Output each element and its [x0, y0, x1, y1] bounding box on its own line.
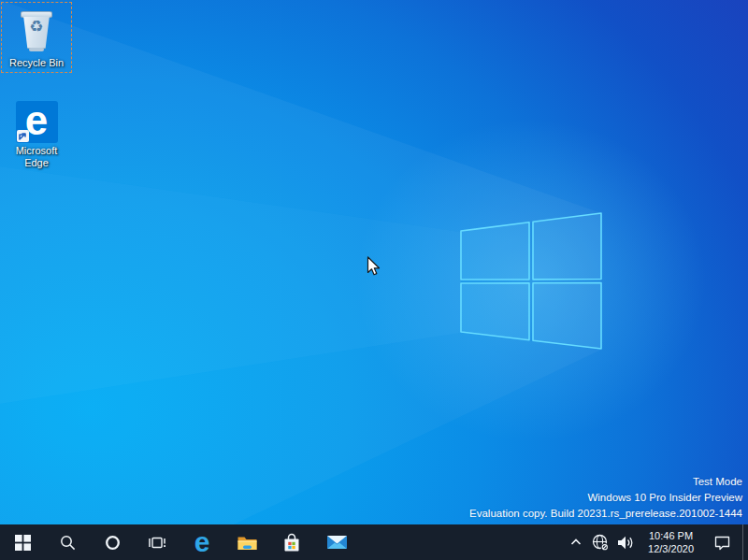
network-button[interactable] [587, 524, 613, 560]
recycle-bin-rim [21, 11, 52, 18]
action-center-button[interactable] [702, 524, 742, 560]
globe-no-internet-icon [591, 533, 610, 552]
clock-date: 12/3/2020 [648, 542, 694, 555]
store-bag-icon [281, 533, 302, 553]
task-view-icon [148, 535, 166, 551]
cortana-button[interactable] [90, 524, 135, 560]
edge-e-icon: e [194, 528, 210, 556]
shortcut-arrow-icon [17, 130, 29, 142]
recycle-bin-icon: ♻ [14, 7, 59, 55]
cortana-circle-icon [105, 535, 121, 551]
recycle-bin-label: Recycle Bin [9, 57, 64, 69]
wallpaper-light-beams [0, 0, 748, 524]
task-view-button[interactable] [135, 524, 180, 560]
desktop-icon-microsoft-edge[interactable]: e Microsoft Edge [1, 97, 72, 169]
taskbar-empty-area [359, 524, 565, 560]
desktop-icon-recycle-bin[interactable]: ♻ Recycle Bin [1, 2, 72, 73]
evaluation-watermark: Test Mode Windows 10 Pro Insider Preview… [469, 474, 742, 522]
folder-icon [237, 533, 258, 552]
system-tray: 10:46 PM 12/3/2020 [565, 524, 748, 560]
hidden-icons-button[interactable] [565, 524, 587, 560]
taskbar: e [0, 524, 748, 560]
action-center-icon [713, 535, 731, 551]
windows-logo-icon [15, 535, 31, 551]
mail-envelope-icon [326, 534, 348, 551]
chevron-up-icon [568, 535, 583, 550]
clock-time: 10:46 PM [649, 529, 693, 542]
recycle-bin-base [29, 48, 44, 51]
watermark-build: Evaluation copy. Build 20231.rs_prerelea… [469, 506, 742, 522]
microsoft-store-button[interactable] [269, 524, 314, 560]
edge-taskbar-button[interactable]: e [180, 524, 224, 560]
edge-icon: e [16, 101, 58, 143]
edge-label-line1: Microsoft [16, 145, 58, 157]
speaker-icon [617, 535, 636, 551]
desktop[interactable]: ♻ Recycle Bin e Microsoft Edge Test Mode… [0, 0, 748, 524]
watermark-test-mode: Test Mode [469, 474, 742, 490]
edge-label-line2: Edge [24, 157, 49, 169]
volume-button[interactable] [613, 524, 640, 560]
search-button[interactable] [45, 524, 90, 560]
show-desktop-strip[interactable] [742, 524, 748, 560]
watermark-edition: Windows 10 Pro Insider Preview [469, 490, 742, 506]
search-icon [60, 535, 76, 551]
mouse-arrow-cursor [367, 256, 381, 277]
taskbar-clock[interactable]: 10:46 PM 12/3/2020 [640, 524, 702, 560]
start-button[interactable] [0, 524, 45, 560]
file-explorer-button[interactable] [224, 524, 269, 560]
mail-button[interactable] [314, 524, 359, 560]
recycle-symbol-icon: ♻ [14, 18, 59, 36]
windows-logo-wallpaper [454, 206, 608, 355]
